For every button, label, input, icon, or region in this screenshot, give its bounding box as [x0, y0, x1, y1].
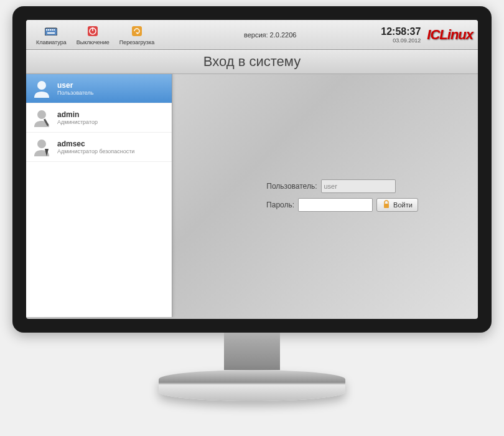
- svg-rect-15: [384, 204, 389, 208]
- user-list: user Пользователь admin Администратор: [26, 74, 172, 317]
- time-value: 12:58:37: [381, 26, 421, 37]
- login-button-label: Войти: [393, 201, 413, 209]
- svg-rect-0: [45, 28, 57, 36]
- avatar-icon: [31, 78, 52, 99]
- page-title: Вход в систему: [26, 50, 478, 74]
- login-form: Пользователь: Пароль: Войти: [172, 74, 478, 317]
- username-label: Пользователь:: [255, 182, 317, 191]
- password-label: Пароль:: [232, 201, 294, 209]
- date-value: 03.09.2012: [381, 37, 421, 44]
- user-item-user[interactable]: user Пользователь: [26, 74, 172, 103]
- user-name: admin: [57, 110, 98, 119]
- svg-rect-5: [54, 29, 55, 31]
- reboot-label: Перезагрузка: [119, 39, 154, 45]
- user-role: Пользователь: [57, 90, 93, 96]
- svg-rect-6: [47, 32, 55, 34]
- avatar-icon: [31, 107, 52, 128]
- svg-point-14: [37, 140, 46, 148]
- brand-logo: ICLinux: [427, 27, 473, 43]
- shutdown-label: Выключение: [77, 39, 110, 45]
- user-role: Администратор безопасности: [57, 148, 134, 154]
- svg-rect-1: [46, 29, 47, 31]
- user-item-admin[interactable]: admin Администратор: [26, 103, 172, 133]
- screen: Клавиатура Выключение Перезагрузка верси…: [26, 20, 478, 319]
- user-item-admsec[interactable]: admsec Администратор безопасности: [26, 133, 172, 162]
- user-role: Администратор: [57, 119, 98, 125]
- svg-point-12: [37, 110, 46, 119]
- svg-rect-2: [48, 29, 49, 31]
- power-icon: [86, 24, 100, 38]
- top-toolbar: Клавиатура Выключение Перезагрузка верси…: [26, 20, 478, 50]
- login-button[interactable]: Войти: [376, 198, 418, 212]
- clock: 12:58:37 03.09.2012: [381, 26, 421, 44]
- keyboard-button[interactable]: Клавиатура: [31, 23, 72, 47]
- screen-bezel: Клавиатура Выключение Перезагрузка верси…: [12, 6, 492, 333]
- svg-point-11: [37, 81, 46, 90]
- svg-rect-4: [52, 29, 53, 31]
- svg-rect-3: [50, 29, 51, 31]
- monitor-stand-base: [159, 370, 345, 401]
- version-label: версия: 2.0.2206: [159, 31, 381, 39]
- main-content: user Пользователь admin Администратор: [26, 74, 478, 317]
- keyboard-label: Клавиатура: [36, 39, 67, 45]
- keyboard-icon: [44, 24, 58, 38]
- shutdown-button[interactable]: Выключение: [72, 23, 114, 47]
- monitor-stand-neck: [224, 333, 280, 370]
- monitor-frame: Клавиатура Выключение Перезагрузка верси…: [12, 6, 492, 401]
- username-input: [321, 179, 396, 193]
- user-name: user: [57, 81, 93, 90]
- avatar-icon: [31, 136, 52, 158]
- reboot-button[interactable]: Перезагрузка: [114, 23, 159, 47]
- reboot-icon: [130, 24, 144, 38]
- svg-rect-10: [132, 26, 142, 36]
- lock-icon: [382, 200, 391, 210]
- password-input[interactable]: [298, 198, 373, 212]
- user-name: admsec: [57, 140, 134, 148]
